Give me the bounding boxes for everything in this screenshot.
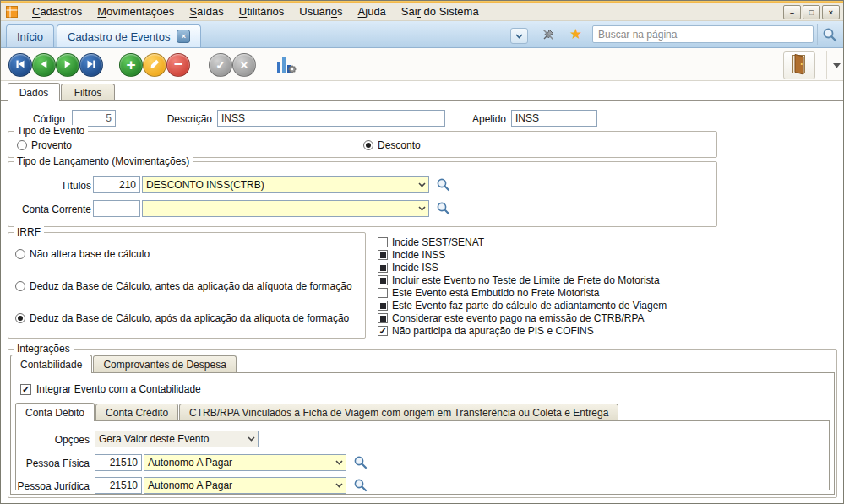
tab-list-chevron-icon[interactable] <box>510 28 528 44</box>
radio-label: Provento <box>31 139 72 151</box>
menu-ajuda[interactable]: Ajuda <box>351 3 394 20</box>
menu-cadastros[interactable]: Cadastros <box>25 3 90 20</box>
menu-saidas[interactable]: Saídas <box>182 3 231 20</box>
conta-corrente-code-input[interactable] <box>93 200 140 217</box>
combo-value: DESCONTO INSS(CTRB) <box>143 179 416 191</box>
checkbox-label: Este Evento faz parte do cálculo de adia… <box>392 300 667 312</box>
chevron-down-icon[interactable] <box>333 483 346 488</box>
tab-contabilidade[interactable]: Contabilidade <box>10 355 92 373</box>
apelido-input[interactable] <box>511 110 597 127</box>
toolbar-divider <box>826 51 827 79</box>
checkbox-box <box>378 326 388 336</box>
pessoa-juridica-label: Pessoa Jurídica <box>10 480 90 492</box>
radio-irrf-deduz-apos[interactable]: Deduz da Base de Cálculo, após da aplica… <box>15 312 349 324</box>
restore-button[interactable]: □ <box>803 5 820 19</box>
chevron-down-icon[interactable] <box>416 182 428 187</box>
flag-incide-inss[interactable]: Incide INSS <box>378 250 667 260</box>
toolbar: + − ✓ × <box>1 48 843 81</box>
chevron-down-icon[interactable] <box>245 436 258 442</box>
menu-utilitarios[interactable]: Utilitários <box>231 3 291 20</box>
combo-value: Autonomo A Pagar <box>144 457 333 469</box>
menu-usuarios[interactable]: Usuários <box>291 3 350 20</box>
pessoa-juridica-combo[interactable]: Autonomo A Pagar <box>144 477 346 494</box>
app-window: Cadastros Movimentações Saídas Utilitári… <box>0 0 844 504</box>
prior-record-button[interactable] <box>32 53 56 77</box>
tab-ctrb-rpa-vinculados[interactable]: CTRB/RPA Vinculados a Ficha de Viagem co… <box>179 404 618 420</box>
conta-corrente-lookup-icon[interactable] <box>435 200 451 216</box>
codigo-label: Código <box>13 113 65 125</box>
delete-record-button[interactable]: − <box>166 53 190 77</box>
favorite-star-icon[interactable]: ★ <box>569 27 582 41</box>
page-search-input[interactable] <box>592 25 814 43</box>
pin-disabled-icon[interactable] <box>541 27 556 42</box>
pessoa-fisica-combo[interactable]: Autonomo A Pagar <box>144 454 346 471</box>
irrf-group: IRRF Não altera base de cálculo Deduz da… <box>8 232 366 339</box>
tab-filtros[interactable]: Filtros <box>61 84 115 100</box>
group-title: Integrações <box>14 343 74 355</box>
close-tab-icon[interactable]: × <box>177 30 190 43</box>
chevron-down-icon[interactable] <box>333 460 346 465</box>
conta-corrente-combo[interactable] <box>142 200 429 217</box>
chart-settings-button[interactable] <box>270 51 302 79</box>
pessoa-fisica-code-input[interactable] <box>95 454 142 471</box>
radio-provento[interactable]: Provento <box>17 139 72 151</box>
titulos-code-input[interactable] <box>93 176 140 193</box>
post-record-button[interactable]: ✓ <box>209 53 232 77</box>
next-record-button[interactable] <box>56 53 79 77</box>
titulos-lookup-icon[interactable] <box>435 176 451 192</box>
tab-inicio[interactable]: Início <box>6 24 54 47</box>
flag-incide-sest-senat[interactable]: Incide SEST/SENAT <box>378 237 667 247</box>
checkbox-box <box>378 301 388 311</box>
radio-desconto[interactable]: Desconto <box>363 139 421 151</box>
flag-embutido-frete-motorista[interactable]: Este Evento está Embutido no Frete Motor… <box>378 288 667 298</box>
opcoes-select[interactable]: Gera Valor deste Evento <box>95 431 259 447</box>
titulos-label: Títulos <box>14 180 91 192</box>
codigo-input[interactable] <box>72 110 116 127</box>
menu-movimentacoes[interactable]: Movimentações <box>90 3 182 20</box>
radio-irrf-nao-altera[interactable]: Não altera base de cálculo <box>15 248 150 260</box>
radio-label: Não altera base de cálculo <box>30 248 150 260</box>
checkbox-box <box>20 384 31 395</box>
combo-value: Gera Valor deste Evento <box>95 433 245 445</box>
first-record-button[interactable] <box>8 53 32 77</box>
descricao-input[interactable] <box>217 110 445 127</box>
prior-record-icon <box>39 59 49 72</box>
insert-record-button[interactable]: + <box>119 53 143 77</box>
tab-label: Início <box>17 30 43 43</box>
radio-label: Deduz da Base de Cálculo, antes da aplic… <box>30 280 352 292</box>
flag-incluir-teste-limite-frete[interactable]: Incluir este Evento no Teste de Limite d… <box>378 275 667 285</box>
radio-circle <box>15 313 25 323</box>
checkbox-box <box>378 263 388 273</box>
pessoa-fisica-lookup-icon[interactable] <box>352 454 368 470</box>
integracoes-group: Integrações Contabilidade Comprovantes d… <box>8 349 837 498</box>
tab-comprovantes-de-despesa[interactable]: Comprovantes de Despesa <box>93 355 236 372</box>
checkbox-box <box>378 237 388 247</box>
edit-record-button[interactable] <box>143 53 166 77</box>
exit-system-button[interactable] <box>783 51 815 79</box>
flag-incide-iss[interactable]: Incide ISS <box>378 263 667 273</box>
tab-cadastro-de-eventos[interactable]: Cadastro de Eventos × <box>57 24 201 47</box>
integrar-contabilidade-checkbox[interactable]: Integrar Evento com a Contabilidade <box>20 383 201 395</box>
menu-sair-do-sistema[interactable]: Sair do Sistema <box>394 3 487 20</box>
chevron-down-icon[interactable] <box>416 206 428 211</box>
tab-conta-debito[interactable]: Conta Débito <box>15 403 95 421</box>
titulos-combo[interactable]: DESCONTO INSS(CTRB) <box>142 176 429 193</box>
close-window-button[interactable]: × <box>822 5 840 19</box>
x-icon: × <box>241 58 248 71</box>
minimize-button[interactable]: – <box>783 5 801 19</box>
search-icon[interactable] <box>820 26 839 43</box>
cancel-record-button[interactable]: × <box>232 53 256 77</box>
toolbar-more-chevron-icon[interactable] <box>830 62 842 70</box>
conta-corrente-label: Conta Corrente <box>14 203 91 215</box>
checkbox-box <box>378 313 388 323</box>
flag-pago-emissao-ctrb-rpa[interactable]: Considerar este evento pago na emissão d… <box>378 313 667 323</box>
pessoa-juridica-code-input[interactable] <box>95 477 142 494</box>
flag-calculo-adiantamento-viagem[interactable]: Este Evento faz parte do cálculo de adia… <box>378 301 667 311</box>
last-record-button[interactable] <box>79 53 103 77</box>
tab-dados[interactable]: Dados <box>8 83 60 101</box>
app-grid-icon <box>6 6 18 18</box>
radio-irrf-deduz-antes[interactable]: Deduz da Base de Cálculo, antes da aplic… <box>15 280 352 292</box>
tab-conta-credito[interactable]: Conta Crédito <box>95 404 178 420</box>
flag-nao-participa-pis-cofins[interactable]: Não participa da apuração de PIS e COFIN… <box>378 326 667 336</box>
pessoa-juridica-lookup-icon[interactable] <box>352 477 368 493</box>
